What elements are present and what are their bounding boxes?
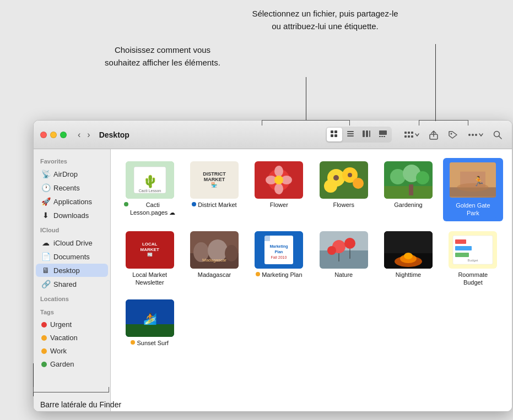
svg-rect-67 [264, 236, 270, 241]
file-item-nature[interactable]: Nature [314, 228, 374, 290]
sidebar-section-favorites: Favorites [34, 154, 110, 167]
sidebar-item-garden[interactable]: Garden [36, 358, 108, 370]
documents-icon: 📄 [41, 252, 50, 261]
sidebar-item-vacation[interactable]: Vacation [36, 331, 108, 344]
file-item-flowers[interactable]: Flowers [314, 158, 374, 221]
airdrop-icon: 📡 [41, 170, 50, 178]
sidebar-item-airdrop[interactable]: 📡 AirDrop [36, 167, 108, 181]
file-item-district-market[interactable]: DISTRICTMARKET🏪 District Market [184, 158, 244, 221]
annotation-top-left: Choisissez comment voussouhaitez affiche… [85, 44, 240, 69]
urgent-dot [41, 322, 47, 328]
sidebar-label-downloads: Downloads [53, 211, 89, 220]
view-list-button[interactable] [343, 128, 358, 141]
svg-point-44 [348, 173, 352, 177]
search-button[interactable] [490, 128, 505, 141]
toolbar-right [401, 128, 505, 142]
file-thumb-local-market: LOCALMARKET📰 [126, 231, 174, 269]
nav-buttons: ‹ › [75, 129, 93, 141]
svg-point-41 [353, 178, 364, 189]
file-item-nighttime[interactable]: Nighttime [378, 228, 438, 290]
svg-rect-9 [369, 130, 370, 137]
downloads-icon: ⬇ [41, 211, 50, 220]
svg-point-21 [451, 133, 452, 134]
svg-rect-12 [381, 136, 383, 137]
file-item-cacti-lesson[interactable]: 🌵 Cacti Lesson CactiLesson.pages ☁ [120, 158, 180, 221]
sidebar-section-icloud: iCloud [34, 222, 110, 236]
sidebar-item-icloud-drive[interactable]: ☁ iCloud Drive [36, 236, 108, 249]
svg-text:🌵: 🌵 [142, 174, 158, 189]
file-label-local-market: Local MarketNewsletter [132, 271, 167, 287]
file-label-golden-gate: Golden Gate Park [449, 201, 497, 218]
svg-rect-1 [334, 130, 337, 133]
file-label-cacti: CactiLesson.pages ☁ [130, 201, 176, 217]
svg-point-60 [225, 245, 238, 261]
minimize-button[interactable] [50, 132, 57, 138]
svg-rect-8 [366, 130, 368, 137]
view-columns-button[interactable] [359, 128, 374, 141]
file-thumb-roommate: Budget [449, 231, 497, 269]
file-grid: 🌵 Cacti Lesson CactiLesson.pages ☁ DISTR… [120, 158, 503, 350]
group-button[interactable] [401, 129, 423, 141]
svg-rect-10 [379, 130, 387, 135]
view-gallery-button[interactable] [375, 128, 391, 141]
svg-rect-87 [126, 324, 174, 337]
more-button[interactable] [465, 131, 487, 139]
file-item-sunset-surf[interactable]: 🏄 Sunset Surf [120, 296, 180, 350]
file-thumb-golden-gate: 🏃 [449, 161, 497, 199]
tag-button[interactable] [445, 128, 461, 141]
district-dot [192, 202, 196, 206]
svg-text:Fall 2010: Fall 2010 [271, 255, 287, 259]
sidebar-item-documents[interactable]: 📄 Documents [36, 250, 108, 263]
sidebar-item-desktop[interactable]: 🖥 Desktop [36, 264, 108, 277]
svg-point-43 [333, 175, 339, 181]
file-item-local-market[interactable]: LOCALMARKET📰 Local MarketNewsletter [120, 228, 180, 290]
file-thumb-flowers [320, 161, 368, 199]
view-icon-button[interactable] [327, 128, 342, 141]
svg-rect-15 [408, 132, 410, 134]
recents-icon: 🕐 [41, 183, 50, 192]
svg-rect-6 [347, 135, 354, 137]
file-item-marketing-plan[interactable]: Marketing Plan Fall 2010 Marketing Plan [249, 228, 309, 290]
file-thumb-gardening [384, 161, 433, 199]
sidebar-item-downloads[interactable]: ⬇ Downloads [36, 209, 108, 222]
svg-rect-83 [455, 246, 472, 250]
file-label-sunset: Sunset Surf [137, 339, 168, 347]
file-item-gardening[interactable]: Gardening [378, 158, 438, 221]
svg-rect-3 [334, 134, 337, 137]
view-controls [326, 127, 392, 143]
file-label-marketing: Marketing Plan [262, 271, 302, 279]
vacation-dot [41, 335, 47, 341]
file-item-roommate-budget[interactable]: Budget RoommateBudget [443, 228, 503, 290]
sidebar-item-recents[interactable]: 🕐 Recents [36, 181, 108, 194]
file-label-district: District Market [198, 201, 236, 209]
sidebar-label-documents: Documents [53, 253, 90, 261]
sidebar-item-urgent[interactable]: Urgent [36, 318, 108, 331]
svg-point-22 [468, 134, 471, 136]
share-button[interactable] [426, 128, 441, 142]
forward-button[interactable]: › [85, 129, 92, 141]
file-label-row-cacti: CactiLesson.pages ☁ [124, 201, 176, 217]
file-thumb-sunset: 🏄 [126, 299, 174, 337]
svg-point-24 [475, 134, 477, 136]
svg-point-42 [324, 179, 337, 193]
svg-rect-5 [347, 133, 354, 134]
svg-rect-82 [455, 239, 466, 244]
file-label-row-sunset: Sunset Surf [131, 339, 168, 347]
close-button[interactable] [40, 132, 47, 138]
file-item-golden-gate-park[interactable]: 🏃 Golden Gate Park [443, 158, 503, 221]
sidebar-item-shared[interactable]: 🔗 Shared [36, 277, 108, 291]
work-dot [41, 348, 47, 354]
sidebar-label-urgent: Urgent [50, 320, 72, 329]
file-item-flower[interactable]: Flower [249, 158, 309, 221]
back-button[interactable]: ‹ [75, 129, 83, 141]
sidebar: Favorites 📡 AirDrop 🕐 Recents 🚀 Applicat… [34, 149, 111, 411]
svg-rect-2 [331, 134, 333, 137]
file-item-madagascar[interactable]: Madagascar Madagascar [184, 228, 244, 290]
sidebar-item-applications[interactable]: 🚀 Applications [36, 195, 108, 208]
maximize-button[interactable] [60, 132, 67, 138]
sidebar-label-garden: Garden [50, 360, 74, 368]
file-thumb-flower [255, 161, 303, 199]
sidebar-item-work[interactable]: Work [36, 345, 108, 357]
marketing-dot [256, 272, 260, 276]
file-thumb-madagascar: Madagascar [190, 231, 239, 269]
